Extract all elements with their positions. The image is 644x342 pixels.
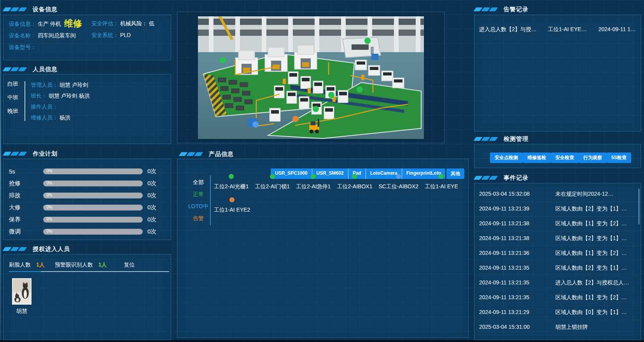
personnel-section-title: 人员信息 <box>4 65 58 73</box>
device-item[interactable]: 工位2-AI光栅1 <box>214 174 248 190</box>
event-time: 2024-09-11 13:21:38 <box>479 235 555 246</box>
eye-count-tab[interactable]: 预警眼识别人数 <box>55 261 93 268</box>
device-item[interactable]: 工位2-AI门锁1 <box>255 174 289 190</box>
plan-progress-bar: 0% <box>43 205 143 210</box>
behavior-observe-button[interactable]: 行为观察 <box>579 153 607 163</box>
filter-alarm[interactable]: 告警 <box>188 212 208 224</box>
event-row: 2024-09-11 13:21:36 区域人数由【1】变为【2】… <box>474 246 640 261</box>
product-info-panel: USR_SPC1000 USR_SM602 Pad LotoCamera Fin… <box>177 159 469 338</box>
status-dot-orange-icon <box>229 197 234 202</box>
plan-label: 保养 <box>9 216 43 223</box>
safety-spot-check-button[interactable]: 安全点检测 <box>490 153 523 163</box>
plan-label: 排故 <box>9 192 43 199</box>
safety-dashboard: { "device_info": { "title": "设备信息", "sta… <box>0 0 644 342</box>
device-item-label: 工位2-AI急停1 <box>296 183 331 190</box>
personnel-panel: 白班 中班 晚班 管理人员： 胡慧 卢玲剑 班长： 胡慧 卢玲剑 杨洪 操作人员… <box>3 74 171 144</box>
event-records-panel: 2025-03-04 15:32:08 未在规定时间2024-12… 2024-… <box>474 183 641 340</box>
alarm-section-title: 告警记录 <box>475 5 528 13</box>
device-name-value: 四车间总装车间 <box>38 32 76 39</box>
maintainer-value: 杨洪 <box>60 114 70 121</box>
safety-assess-value: 机械风险： 低 <box>120 20 154 26</box>
section-title-text: 告警记录 <box>504 6 528 13</box>
events-scrollbar[interactable] <box>638 189 640 224</box>
device-item[interactable]: 工位1-AI EYE <box>425 174 458 190</box>
event-row: 2025-03-04 15:31:00 胡慧上锁挂牌 <box>474 320 640 335</box>
face-count-tab[interactable]: 刷脸人数 <box>9 261 31 268</box>
event-message: 区域人数由【2】变为【1】… <box>555 235 636 246</box>
plan-row-overhaul: 大修 0% 0次 <box>9 202 165 214</box>
page-left-accent-line <box>0 0 1 342</box>
device-item[interactable]: 工位2-AIBOX1 <box>337 174 372 190</box>
event-row: 2024-09-11 13:21:35 进入总人数【2】与授权总人… <box>474 276 640 291</box>
alarm-records-panel: 进入总人数【2】与授… 工位1-AI EYE… 2024-09-11 1… <box>474 15 641 132</box>
authorized-person-card[interactable]: 胡慧 <box>10 278 34 315</box>
event-time: 2025-03-04 15:31:00 <box>479 324 555 335</box>
device-item-label: SC工位-AIBOX2 <box>378 183 418 190</box>
product-info-section-title: 产品信息 <box>180 150 234 158</box>
filter-all[interactable]: 全部 <box>188 176 208 188</box>
device-info-section-title: 设备信息 <box>4 5 58 13</box>
alarm-device: 工位1-AI EYE… <box>548 26 590 33</box>
device-item[interactable]: 工位1-AI EYE2 <box>214 197 250 214</box>
safety-inspection-button[interactable]: 安全检查 <box>551 153 579 163</box>
section-title-text: 设备信息 <box>33 6 58 13</box>
filter-normal[interactable]: 正常 <box>188 188 208 200</box>
reset-button[interactable]: 复位 <box>124 261 135 268</box>
device-item[interactable]: 工位2-AI急停1 <box>296 174 331 190</box>
event-row: 2024-09-11 13:21:38 区域人数由【1】变为【2】… <box>474 217 640 232</box>
plan-row-maintenance: 保养 0% 0次 <box>9 214 165 226</box>
event-message: 未在规定时间2024-12… <box>555 191 636 202</box>
safety-system-label: 安全系统： <box>91 32 119 38</box>
event-row: 2024-09-11 13:21:29 区域人数由【0】变为【1】… <box>474 305 640 320</box>
shift-divider <box>24 81 25 121</box>
person-name: 胡慧 <box>10 308 34 315</box>
factory-3d-view-container <box>177 12 444 143</box>
section-marker-icon <box>4 247 27 251</box>
status-dot-green-icon <box>311 174 316 179</box>
filter-divider <box>210 175 211 225</box>
event-time: 2024-09-11 13:21:38 <box>479 220 555 231</box>
shift-tab-day[interactable]: 白班 <box>7 81 23 88</box>
event-message: 胡慧上锁挂牌 <box>555 324 636 335</box>
plan-label: 5s <box>9 168 43 175</box>
device-model-label: 设备型号： <box>9 44 36 50</box>
section-marker-icon <box>4 67 27 71</box>
section-title-text: 检测管理 <box>504 135 528 143</box>
section-marker-icon <box>180 152 203 156</box>
event-row: 2024-09-11 13:21:35 区域人数由【1】变为【2】… <box>474 291 640 305</box>
event-message: 区域人数由【1】变为【2】… <box>555 294 636 305</box>
filter-loto[interactable]: LOTO中 <box>188 200 208 212</box>
plan-row-5s: 5s 0% 0次 <box>9 165 165 177</box>
plan-count: 0次 <box>147 192 165 199</box>
fives-check-button[interactable]: 5S检查 <box>607 153 631 163</box>
device-item-label: 工位1-AI EYE <box>425 183 458 190</box>
event-section-title: 事件记录 <box>475 174 528 182</box>
device-info-panel: 设备信息： 生产 停机 维修 设备名称： 四车间总装车间 设备型号： 安全评估：… <box>3 15 171 60</box>
device-name-label: 设备名称： <box>9 32 36 39</box>
event-time: 2024-09-11 13:21:29 <box>479 309 555 320</box>
foreman-value: 胡慧 卢玲剑 杨洪 <box>49 93 90 99</box>
status-dot-green-icon <box>270 174 275 179</box>
shift-tab-middle[interactable]: 中班 <box>7 94 23 101</box>
section-marker-icon <box>4 7 27 11</box>
event-time: 2024-09-11 13:21:35 <box>479 294 555 305</box>
section-title-text: 作业计划 <box>33 150 58 158</box>
event-time: 2024-09-11 13:21:35 <box>479 265 555 275</box>
plan-label: 大修 <box>9 204 43 211</box>
event-message: 区域人数由【0】变为【1】… <box>555 309 636 320</box>
detection-section-title: 检测管理 <box>475 135 528 143</box>
alarm-message: 进入总人数【2】与授… <box>479 26 548 33</box>
plan-count: 0次 <box>147 204 165 211</box>
plan-progress-bar: 0% <box>43 193 143 198</box>
alarm-time: 2024-09-11 1… <box>590 26 636 33</box>
maintenance-patrol-button[interactable]: 维修巡检 <box>523 153 551 163</box>
plan-row-finetune: 微调 0% 0次 <box>9 226 165 238</box>
person-photo <box>12 278 32 305</box>
face-count-value: 1人 <box>36 261 45 268</box>
work-plan-panel: 5s 0% 0次 抢修 0% 0次 排故 0% 0次 大修 0% 0次 保养 0… <box>3 159 171 240</box>
shift-tab-night[interactable]: 晚班 <box>7 108 23 115</box>
device-item[interactable]: SC工位-AIBOX2 <box>378 174 418 190</box>
plan-label: 抢修 <box>9 180 43 187</box>
status-dot-blue-icon <box>396 174 401 179</box>
device-state-value: 生产 停机 <box>38 21 61 27</box>
